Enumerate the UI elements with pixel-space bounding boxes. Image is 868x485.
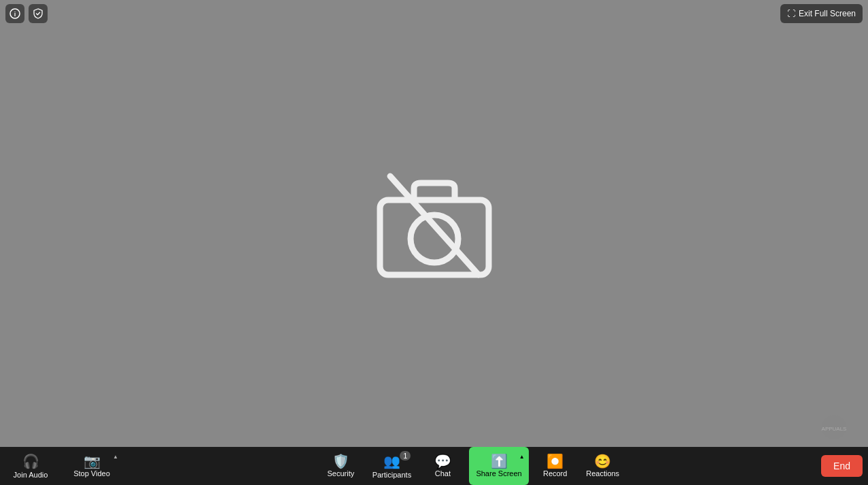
shield-button[interactable] bbox=[29, 4, 48, 23]
top-bar: i ⛶ Exit Full Screen bbox=[0, 0, 868, 27]
participants-button[interactable]: 👥 1 Participants bbox=[364, 447, 419, 485]
chat-icon: 💬 bbox=[434, 454, 451, 468]
join-audio-label: Join Audio bbox=[14, 471, 48, 479]
participants-count-badge: 1 bbox=[400, 451, 411, 461]
exit-fullscreen-label: Exit Full Screen bbox=[799, 9, 856, 18]
watermark: APPUALS bbox=[807, 410, 861, 444]
participants-icon: 👥 bbox=[383, 453, 400, 469]
record-button[interactable]: ⏺️ Record bbox=[532, 447, 579, 485]
main-video-area bbox=[0, 0, 868, 447]
security-icon: 🛡️ bbox=[332, 454, 349, 468]
security-label: Security bbox=[328, 469, 355, 478]
security-button[interactable]: 🛡️ Security bbox=[317, 447, 364, 485]
chat-label: Chat bbox=[435, 469, 451, 478]
share-screen-button[interactable]: ▲ ⬆️ Share Screen bbox=[469, 447, 528, 485]
stop-video-chevron: ▲ bbox=[113, 454, 118, 460]
toolbar-center: 🛡️ Security 👥 1 Participants 💬 Chat ▲ ⬆️… bbox=[122, 447, 821, 485]
toolbar: 🎧 Join Audio ▲ 📷 Stop Video 🛡️ Security … bbox=[0, 447, 868, 485]
share-screen-icon: ⬆️ bbox=[491, 454, 508, 468]
participants-icon-row: 👥 1 bbox=[383, 453, 400, 469]
participants-label: Participants bbox=[372, 471, 411, 479]
svg-text:i: i bbox=[14, 11, 16, 18]
shield-icon bbox=[33, 8, 44, 19]
stop-video-label: Stop Video bbox=[73, 469, 110, 478]
svg-text:APPUALS: APPUALS bbox=[822, 426, 847, 432]
top-left-icons: i bbox=[5, 4, 48, 23]
share-screen-chevron: ▲ bbox=[519, 454, 525, 460]
share-screen-label: Share Screen bbox=[476, 469, 521, 478]
stop-video-icon: 📷 bbox=[84, 454, 101, 468]
reactions-icon: 😊 bbox=[594, 454, 611, 468]
toolbar-right: End bbox=[821, 455, 868, 477]
reactions-label: Reactions bbox=[586, 469, 619, 478]
toolbar-left: 🎧 Join Audio ▲ 📷 Stop Video bbox=[0, 447, 122, 485]
reactions-button[interactable]: 😊 Reactions bbox=[579, 447, 627, 485]
chat-button[interactable]: 💬 Chat bbox=[419, 447, 466, 485]
record-icon: ⏺️ bbox=[546, 454, 563, 468]
stop-video-button[interactable]: ▲ 📷 Stop Video bbox=[61, 447, 122, 485]
exit-fullscreen-icon: ⛶ bbox=[787, 9, 795, 18]
camera-off-display bbox=[366, 159, 502, 288]
exit-fullscreen-button[interactable]: ⛶ Exit Full Screen bbox=[780, 4, 863, 23]
join-audio-icon: 🎧 bbox=[22, 453, 39, 469]
end-button[interactable]: End bbox=[821, 455, 863, 477]
join-audio-button[interactable]: 🎧 Join Audio bbox=[0, 447, 61, 485]
record-label: Record bbox=[543, 469, 567, 478]
info-icon: i bbox=[10, 8, 20, 19]
info-button[interactable]: i bbox=[5, 4, 24, 23]
